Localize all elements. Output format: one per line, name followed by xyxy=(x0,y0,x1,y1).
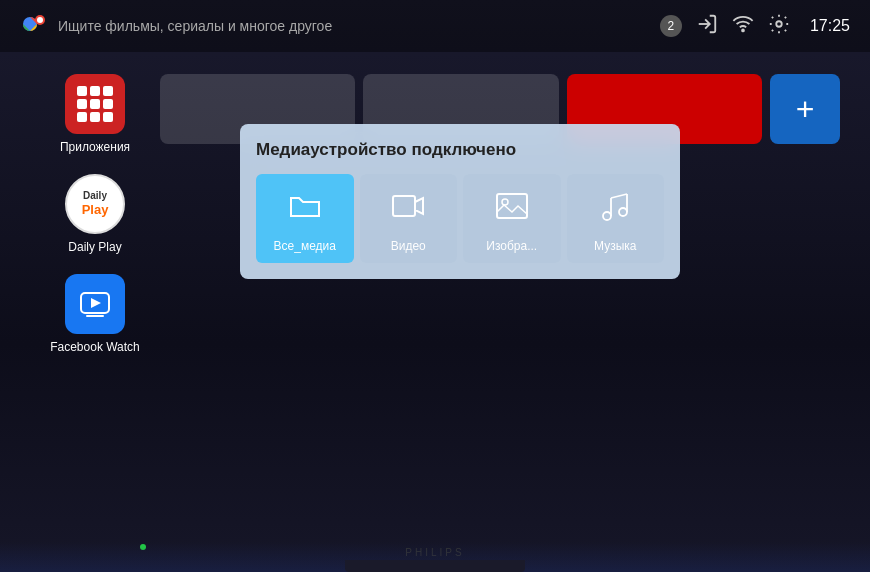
facebook-watch-icon xyxy=(65,274,125,334)
media-dialog-title: Медиаустройство подключено xyxy=(256,140,664,160)
folder-icon xyxy=(287,188,323,231)
media-option-video[interactable]: Видео xyxy=(360,174,458,263)
video-label: Видео xyxy=(391,239,426,253)
search-placeholder-text: Ищите фильмы, сериалы и многое другое xyxy=(58,18,660,34)
svg-rect-11 xyxy=(497,194,527,218)
notification-badge[interactable]: 2 xyxy=(660,15,682,37)
video-icon xyxy=(390,188,426,231)
status-icons-group: 2 xyxy=(660,13,850,39)
wifi-icon xyxy=(732,13,754,39)
sidebar-item-daily-play[interactable]: Daily Play Daily Play xyxy=(30,174,160,254)
tv-stand xyxy=(345,560,525,572)
all-media-label: Все_медиа xyxy=(274,239,336,253)
signin-icon[interactable] xyxy=(696,13,718,39)
facebook-watch-label: Facebook Watch xyxy=(50,340,140,354)
music-label: Музыка xyxy=(594,239,636,253)
apps-icon xyxy=(65,74,125,134)
settings-icon[interactable] xyxy=(768,13,790,39)
apps-sidebar: Приложения Daily Play Daily Play xyxy=(30,64,160,560)
svg-marker-8 xyxy=(91,298,101,308)
svg-line-17 xyxy=(611,194,627,198)
media-option-music[interactable]: Музыка xyxy=(567,174,665,263)
image-icon xyxy=(494,188,530,231)
media-device-dialog: Медиаустройство подключено Все_медиа xyxy=(240,124,680,279)
right-content-area: + Медиаустройство подключено Все_медиа xyxy=(160,64,840,560)
images-label: Изобра... xyxy=(486,239,537,253)
svg-point-12 xyxy=(502,199,508,205)
svg-point-3 xyxy=(37,17,43,23)
svg-point-14 xyxy=(619,208,627,216)
apps-label: Приложения xyxy=(60,140,130,154)
music-icon xyxy=(597,188,633,231)
svg-rect-10 xyxy=(393,196,415,216)
media-options-grid: Все_медиа Видео xyxy=(256,174,664,263)
tv-screen: Ищите фильмы, сериалы и многое другое 2 xyxy=(0,0,870,572)
media-option-all-media[interactable]: Все_медиа xyxy=(256,174,354,263)
daily-play-icon: Daily Play xyxy=(65,174,125,234)
add-button[interactable]: + xyxy=(770,74,840,144)
daily-play-label: Daily Play xyxy=(68,240,121,254)
time-display: 17:25 xyxy=(810,17,850,35)
svg-point-5 xyxy=(742,30,744,32)
media-option-images[interactable]: Изобра... xyxy=(463,174,561,263)
sidebar-item-apps[interactable]: Приложения xyxy=(30,74,160,154)
status-bar: Ищите фильмы, сериалы и многое другое 2 xyxy=(0,0,870,52)
svg-point-6 xyxy=(776,21,782,27)
svg-point-13 xyxy=(603,212,611,220)
main-content: Приложения Daily Play Daily Play xyxy=(0,52,870,572)
google-assistant-icon[interactable] xyxy=(20,10,48,42)
sidebar-item-facebook-watch[interactable]: Facebook Watch xyxy=(30,274,160,354)
